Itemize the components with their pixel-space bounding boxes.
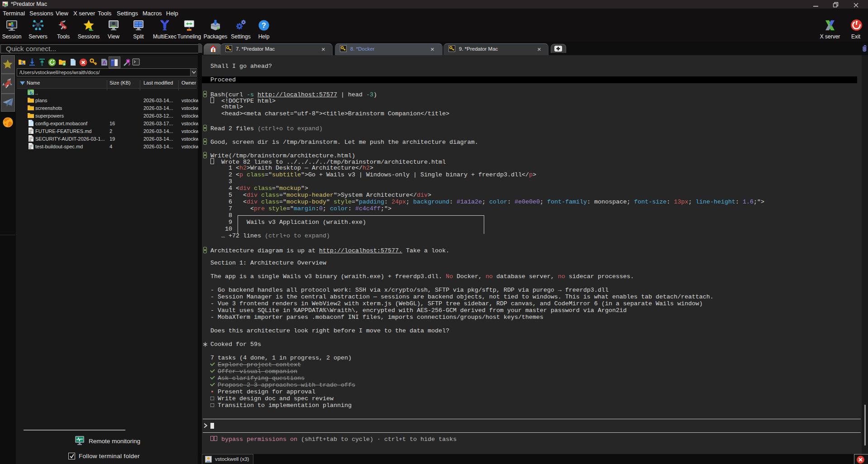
svg-text:A: A — [103, 60, 106, 65]
svg-text:?: ? — [262, 22, 266, 29]
